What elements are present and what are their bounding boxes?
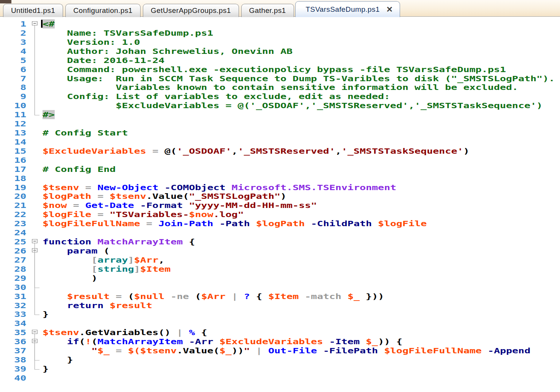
token-pln: ): [280, 192, 286, 201]
token-var: $logPath: [256, 219, 305, 228]
token-pln: [91, 192, 97, 201]
code-line[interactable]: 22$logFile = "TSVariables-$now.log": [0, 210, 560, 219]
token-pln: [91, 237, 97, 246]
fold-collapse-icon[interactable]: [32, 239, 38, 243]
tab-gather-ps1[interactable]: Gather.ps1: [241, 4, 294, 17]
token-pln: (: [97, 246, 109, 255]
line-number: 24: [0, 228, 26, 237]
code-line[interactable]: 23$logFileFullName = Join-Path -Path $lo…: [0, 219, 560, 228]
fold-collapse-icon[interactable]: [32, 330, 38, 334]
code-line[interactable]: 11#>: [0, 110, 560, 119]
code-line[interactable]: 14: [0, 137, 560, 146]
token-op: -match: [305, 292, 341, 301]
code-line[interactable]: 30: [0, 283, 560, 292]
line-number: 7: [0, 74, 26, 83]
code-line[interactable]: 19$tsenv = New-Object -COMObject Microso…: [0, 183, 560, 192]
code-line[interactable]: 15$ExcludeVariables = @('_OSDOAF','_SMST…: [0, 146, 560, 156]
code-line[interactable]: 38 }: [0, 355, 560, 364]
code-line[interactable]: 8 Variables known to contain sensitive i…: [0, 83, 560, 92]
code-line[interactable]: 3 Version: 1.0: [0, 38, 560, 47]
code-line[interactable]: 33}: [0, 310, 560, 319]
code-line[interactable]: 25function MatchArrayItem {: [0, 237, 560, 246]
line-number: 10: [0, 101, 26, 110]
code-line[interactable]: 31 $result = ($null -ne ($Arr | ? { $Ite…: [0, 292, 560, 301]
token-var: $Item: [268, 292, 299, 301]
token-pln: [372, 219, 378, 228]
token-var: $Arr: [201, 292, 225, 301]
token-hl: <#: [43, 19, 55, 28]
line-number: 30: [0, 283, 26, 292]
token-var: !: [85, 337, 91, 346]
token-cmd: ?: [244, 292, 250, 301]
code-line[interactable]: 2 Name: TSVarsSafeDump.ps1: [0, 28, 560, 38]
code-line[interactable]: 12: [0, 119, 560, 128]
token-pln: [317, 346, 323, 355]
tab-getuserappgroups-ps1[interactable]: GetUserAppGroups.ps1: [143, 4, 239, 17]
code-line[interactable]: 5 Date: 2016-11-24: [0, 56, 560, 65]
tab-untitled1-ps1[interactable]: Untitled1.ps1: [3, 4, 63, 17]
token-var: $logFile: [378, 219, 427, 228]
code-line[interactable]: 1<#: [0, 19, 560, 28]
code-line[interactable]: 20$logPath = $tsenv.Value("_SMSTSLogPath…: [0, 192, 560, 201]
code-line[interactable]: 36 if(!(MatchArrayItem -Arr $ExcludeVari…: [0, 337, 560, 346]
token-pln: )) {: [378, 337, 402, 346]
token-pln: ): [43, 274, 97, 283]
line-number: 2: [0, 28, 26, 38]
tab-bar: Untitled1.ps1Configuration.ps1GetUserApp…: [0, 0, 560, 17]
code-line[interactable]: 16: [0, 156, 560, 165]
code-line[interactable]: 28 [string]$Item: [0, 264, 560, 274]
script-editor-pane[interactable]: 1<#2 Name: TSVarsSafeDump.ps13 Version: …: [0, 17, 560, 392]
code-line[interactable]: 18: [0, 174, 560, 183]
token-pln: [378, 346, 384, 355]
token-com: Variables known to contain sensitive inf…: [43, 83, 518, 92]
token-par: -Format: [140, 201, 183, 210]
line-number: 12: [0, 119, 26, 128]
code-text: #>: [43, 110, 55, 119]
fold-guide-end: [35, 115, 40, 115]
code-line[interactable]: 4 Author: Johan Schrewelius, Onevinn AB: [0, 47, 560, 56]
code-line[interactable]: 9 Config: List of variables to exclude, …: [0, 92, 560, 101]
token-var: $null: [134, 292, 165, 301]
line-number: 17: [0, 165, 26, 174]
code-line[interactable]: 7 Usage: Run in SCCM Task Sequence to Du…: [0, 74, 560, 83]
token-var: $tsenv: [43, 328, 79, 337]
token-var: $result: [110, 301, 152, 310]
code-line[interactable]: 17# Config End: [0, 165, 560, 174]
code-line[interactable]: 37 "$_ = $($tsenv.Value($_))" | Out-File…: [0, 346, 560, 355]
token-pln: [122, 346, 128, 355]
token-par: -Append: [488, 346, 530, 355]
token-pln: [103, 210, 109, 219]
line-number: 33: [0, 310, 26, 319]
code-line[interactable]: 40: [0, 373, 560, 383]
token-var: $result: [67, 292, 109, 301]
fold-collapse-icon[interactable]: [32, 21, 38, 25]
token-arg: MatchArrayItem: [97, 237, 183, 246]
code-line[interactable]: 24: [0, 228, 560, 237]
code-line[interactable]: 32 return $result: [0, 301, 560, 310]
tab-configuration-ps1[interactable]: Configuration.ps1: [65, 4, 141, 17]
close-tab-icon[interactable]: ✕: [386, 5, 393, 13]
code-line[interactable]: 34: [0, 319, 560, 328]
line-number: 22: [0, 210, 26, 219]
token-cmd: Out-File: [268, 346, 317, 355]
code-line[interactable]: 6 Command: powershell.exe -executionpoli…: [0, 65, 560, 74]
code-line[interactable]: 39}: [0, 364, 560, 373]
code-line[interactable]: 21$now = Get-Date -Format "yyyy-MM-dd-HH…: [0, 201, 560, 210]
tab-label: GetUserAppGroups.ps1: [151, 6, 231, 15]
code-line[interactable]: 13# Config Start: [0, 128, 560, 137]
code-line[interactable]: 10 $ExcludeVariables = @('_OSDOAF','_SMS…: [0, 101, 560, 110]
token-var: $_: [97, 346, 109, 355]
token-cmd: New-Object: [97, 183, 158, 192]
line-number: 26: [0, 246, 26, 255]
token-pln: {: [183, 237, 195, 246]
token-com: Version: 1.0: [43, 38, 140, 47]
line-number: 16: [0, 156, 26, 165]
code-line[interactable]: 29 ): [0, 274, 560, 283]
line-number: 4: [0, 47, 26, 56]
tab-tsvarssafedump-ps1[interactable]: TSVarsSafeDump.ps1✕: [295, 1, 400, 17]
code-text: Version: 1.0: [43, 38, 140, 47]
code-line[interactable]: 26 param (: [0, 246, 560, 255]
code-line[interactable]: 27 [array]$Arr,: [0, 255, 560, 264]
token-pln: .GetVariables(): [79, 328, 177, 337]
code-line[interactable]: 35$tsenv.GetVariables() | % {: [0, 328, 560, 337]
